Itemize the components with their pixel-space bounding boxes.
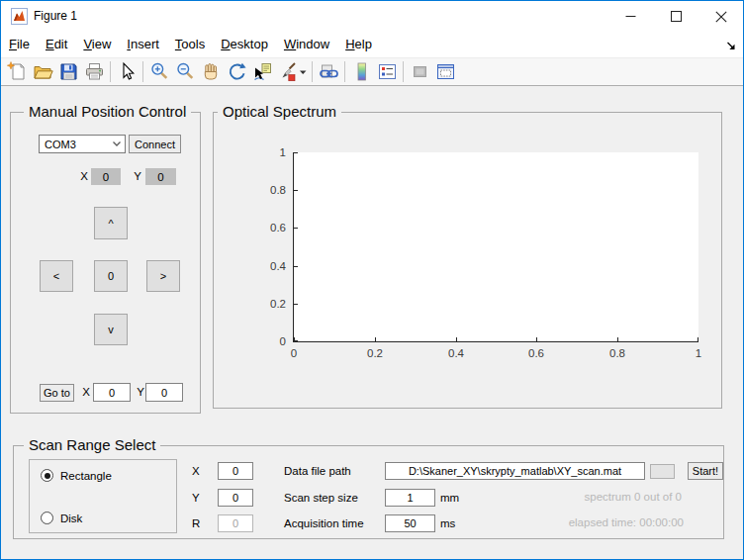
x-tick-label: 1 [696,347,701,359]
figure-window: Figure 1 File Edit View Insert Tools Des… [0,0,744,560]
toolbar-separator [312,61,313,82]
close-icon [715,11,727,23]
radio-disk-circle[interactable] [41,512,53,524]
goto-x-input[interactable] [93,383,131,402]
maximize-button[interactable] [654,1,698,32]
minimize-button[interactable] [608,1,653,32]
toolbar-separator [344,61,345,82]
com-port-select[interactable]: COM3 [39,135,126,153]
rotate-3d-icon [226,60,248,83]
maximize-icon [671,11,682,22]
x-tick-label: 0.4 [448,347,464,359]
colorbar-icon [350,60,373,83]
x-tick-label: 0.8 [609,347,625,359]
panel-title: Scan Range Select [24,435,160,455]
y-position-label: Y [126,169,141,184]
browse-button[interactable] [650,464,675,479]
show-plot-tools-button[interactable] [432,59,458,84]
window-title: Figure 1 [34,1,77,32]
radio-disk[interactable]: Disk [41,512,82,524]
data-cursor-icon [251,60,274,83]
data-cursor-button[interactable] [249,59,275,84]
move-down-button[interactable]: v [94,314,128,345]
scan-x-input[interactable] [218,462,253,480]
brush-dropdown-caret-icon [299,60,308,83]
save-figure-button[interactable] [55,59,81,84]
move-right-button[interactable]: > [146,260,180,292]
zoom-out-icon [174,60,197,83]
dock-arrow-icon[interactable] [726,39,737,50]
menu-view[interactable]: View [75,32,119,57]
pan-button[interactable] [198,59,224,84]
move-zero-button[interactable]: 0 [94,260,128,292]
rotate-3d-button[interactable] [224,59,249,84]
goto-x-label: X [76,385,90,400]
toolbar-separator [403,61,404,82]
panel-title: Optical Spectrum [218,102,341,122]
x-position-label: X [72,169,88,184]
pointer-icon [116,60,139,83]
x-tick-mark [536,337,537,341]
x-tick-mark [698,337,698,341]
chevron-down-icon [109,140,125,147]
y-tick-mark [294,304,298,305]
scan-range-select-panel: Scan Range Select Rectangle Disk X Y R D… [13,445,724,539]
zoom-in-icon [148,60,171,83]
y-tick-label: 0.8 [270,184,286,196]
acquisition-time-input[interactable] [385,514,435,532]
data-file-path-label: Data file path [284,464,351,479]
scan-y-input[interactable] [218,489,253,507]
connect-button[interactable]: Connect [129,135,181,153]
print-figure-button[interactable] [81,59,107,84]
x-tick-mark [617,337,618,341]
plot-area[interactable]: 00.20.40.60.8100.20.40.60.81 [293,152,698,342]
menu-file[interactable]: File [1,32,38,57]
menu-edit[interactable]: Edit [38,32,75,57]
move-left-button[interactable]: < [40,260,73,292]
radio-rectangle[interactable]: Rectangle [41,469,112,482]
minimize-icon [625,11,636,22]
start-button[interactable]: Start! [688,462,723,480]
close-button[interactable] [698,1,743,32]
new-figure-icon [6,60,29,83]
spectrum-status-text: spectrum 0 out of 0 [489,491,682,503]
data-file-path-input[interactable] [385,462,645,480]
menu-window[interactable]: Window [276,32,337,57]
hide-plot-tools-button [407,59,432,84]
link-plot-button[interactable] [316,59,341,84]
y-tick-label: 0 [280,335,286,347]
zoom-in-button[interactable] [146,59,172,84]
menu-help[interactable]: Help [337,32,380,57]
optical-spectrum-panel: Optical Spectrum 00.20.40.60.8100.20.40.… [213,112,722,409]
menu-insert[interactable]: Insert [119,32,167,57]
scan-y-label: Y [192,491,200,506]
print-icon [83,60,106,83]
x-tick-mark [456,337,457,341]
scan-x-label: X [192,464,200,479]
menu-desktop[interactable]: Desktop [213,32,276,57]
y-tick-mark [294,340,298,341]
goto-y-input[interactable] [145,383,183,402]
goto-button[interactable]: Go to [40,384,74,402]
insert-legend-button[interactable] [374,59,400,84]
y-tick-mark [294,152,298,153]
panel-title: Manual Position Control [24,102,191,122]
toolbar-separator [142,61,143,82]
zoom-out-button[interactable] [172,59,198,84]
menu-tools[interactable]: Tools [167,32,213,57]
radio-rectangle-circle[interactable] [41,469,53,482]
scan-r-label: R [192,516,200,531]
radio-disk-label: Disk [60,513,82,524]
scan-shape-group: Rectangle Disk [29,459,177,533]
scan-step-size-input[interactable] [385,489,435,507]
pan-hand-icon [200,60,223,83]
edit-plot-button[interactable] [114,59,140,84]
open-file-button[interactable] [30,59,55,84]
insert-colorbar-button[interactable] [348,59,374,84]
move-up-button[interactable]: ^ [94,207,128,239]
scan-r-input [218,514,253,532]
new-figure-button[interactable] [4,59,30,84]
title-bar[interactable]: Figure 1 [1,1,743,32]
brush-data-button[interactable] [275,59,309,84]
goto-y-label: Y [131,385,144,400]
